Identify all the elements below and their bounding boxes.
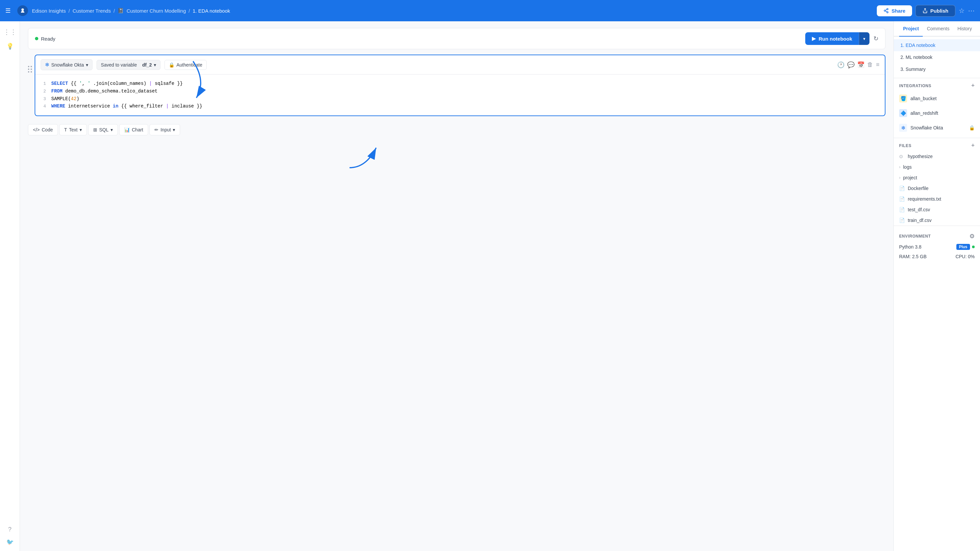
redshift-icon: 🔷 <box>899 109 907 117</box>
more-icon[interactable]: ⋯ <box>968 7 975 14</box>
refresh-button[interactable]: ↻ <box>873 35 878 42</box>
env-resources-row: RAM: 2.5 GB CPU: 0% <box>894 252 980 261</box>
comment-icon[interactable]: 💬 <box>847 61 854 68</box>
calendar-icon[interactable]: 📅 <box>857 61 864 68</box>
tab-project[interactable]: Project <box>899 21 923 37</box>
cell-block: ❄ Snowflake Okta ▾ Saved to variable df_… <box>35 55 886 116</box>
breadcrumb-sep-2: / <box>113 8 115 14</box>
cell-authenticate-button[interactable]: 🔒 Authenticate <box>164 60 207 70</box>
code-editor[interactable]: 1 SELECT {{ ', ' .join(column_names) | s… <box>35 75 885 116</box>
snowflake-icon: ❄ <box>45 62 49 68</box>
sidebar-bulb-icon[interactable]: 💡 <box>6 43 14 50</box>
run-caret-button[interactable]: ▾ <box>859 32 870 45</box>
cell-source-button[interactable]: ❄ Snowflake Okta ▾ <box>41 59 92 70</box>
breadcrumb-trends[interactable]: Customer Trends <box>73 8 111 14</box>
block-code-button[interactable]: </> Code <box>28 124 58 135</box>
requirements-icon: 📄 <box>899 196 905 202</box>
cell-drag-handle[interactable] <box>28 59 32 79</box>
cell-source-label: Snowflake Okta <box>51 62 84 68</box>
right-panel: Project Comments History 1. EDA notebook… <box>893 21 980 551</box>
project-item-summary[interactable]: 3. Summary <box>894 63 980 75</box>
block-toolbar: </> Code T Text ▾ ⊞ SQL ▾ 📊 Chart ✏ Inpu… <box>28 121 886 138</box>
publish-button[interactable]: Publish <box>915 5 955 17</box>
cell-var-value: df_2 <box>142 62 152 68</box>
line-num-1: 1 <box>35 81 51 87</box>
snowflake-lock-icon: 🔒 <box>969 125 975 130</box>
status-bar: Ready ▶ Run notebook ▾ ↻ <box>28 28 886 49</box>
file-test-df[interactable]: 📄 test_df.csv <box>894 204 980 215</box>
files-add-icon[interactable]: + <box>971 142 975 149</box>
sidebar-menu-icon[interactable]: ⋮⋮ <box>3 28 17 36</box>
sidebar-bottom: ? 🐦 <box>6 526 14 546</box>
file-hypothesize[interactable]: ⊙ hypothesize <box>894 151 980 162</box>
folder-logs[interactable]: › logs <box>894 162 980 172</box>
cell-var-prefix: Saved to variable <box>101 62 137 68</box>
breadcrumb: Edison Insights / Customer Trends / 📓 Cu… <box>32 8 873 14</box>
line-num-2: 2 <box>35 88 51 95</box>
line-num-4: 4 <box>35 103 51 110</box>
right-panel-tabs: Project Comments History <box>894 21 980 37</box>
block-sql-button[interactable]: ⊞ SQL ▾ <box>88 124 118 135</box>
block-text-button[interactable]: T Text ▾ <box>59 124 87 135</box>
list-icon[interactable]: ≡ <box>876 61 880 68</box>
tab-comments[interactable]: Comments <box>923 21 953 37</box>
input-caret: ▾ <box>173 127 175 132</box>
breadcrumb-sep-1: / <box>68 8 70 14</box>
breadcrumb-churn[interactable]: Customer Churn Modelling <box>126 8 186 14</box>
logo <box>18 5 28 16</box>
status-dot <box>35 37 38 40</box>
share-button[interactable]: Share <box>877 5 912 16</box>
integration-snowflake[interactable]: ❄ Snowflake Okta 🔒 <box>894 121 980 135</box>
project-item-eda[interactable]: 1. EDA notebook <box>894 39 980 51</box>
env-plan-badge: Plus <box>956 244 970 250</box>
folder-project-label: project <box>903 175 917 180</box>
env-python-row: Python 3.8 Plus <box>894 242 980 252</box>
project-section: 1. EDA notebook 2. ML notebook 3. Summar… <box>894 37 980 78</box>
status-actions: ▶ Run notebook ▾ ↻ <box>805 32 878 45</box>
file-requirements-label: requirements.txt <box>908 196 941 202</box>
clock-icon[interactable]: 🕐 <box>837 61 845 68</box>
sql-icon: ⊞ <box>93 127 97 132</box>
cell-variable-button[interactable]: Saved to variable df_2 ▾ <box>97 60 161 70</box>
run-btn-group: ▶ Run notebook ▾ <box>805 32 870 45</box>
main-wrapper: ⋮⋮ 💡 ? 🐦 Ready ▶ Run notebook ▾ <box>0 21 980 551</box>
environment-section: ENVIRONMENT ⚙ Python 3.8 Plus RAM: 2.5 G… <box>894 225 980 264</box>
content-area: Ready ▶ Run notebook ▾ ↻ <box>20 21 893 551</box>
cell-header-right: 🕐 💬 📅 🗑 ≡ <box>837 61 880 68</box>
environment-header: ENVIRONMENT ⚙ <box>894 229 980 242</box>
breadcrumb-edison[interactable]: Edison Insights <box>32 8 66 14</box>
integrations-title: INTEGRATIONS <box>899 84 931 88</box>
integrations-header: INTEGRATIONS + <box>894 78 980 91</box>
integrations-add-icon[interactable]: + <box>971 82 975 89</box>
pencil-icon: ✏ <box>154 127 158 132</box>
file-train-df[interactable]: 📄 train_df.csv <box>894 215 980 225</box>
sidebar-help-icon[interactable]: ? <box>8 526 11 533</box>
block-input-button[interactable]: ✏ Input ▾ <box>150 124 180 135</box>
project-item-ml[interactable]: 2. ML notebook <box>894 51 980 63</box>
delete-icon[interactable]: 🗑 <box>867 61 873 68</box>
breadcrumb-eda[interactable]: 1. EDA notebook <box>193 8 231 14</box>
cell-wrapper: ❄ Snowflake Okta ▾ Saved to variable df_… <box>28 55 886 116</box>
environment-settings-icon[interactable]: ⚙ <box>969 233 975 240</box>
integrations-section: INTEGRATIONS + 🪣 allan_bucket 🔷 allan_re… <box>894 78 980 135</box>
star-icon[interactable]: ☆ <box>959 7 965 14</box>
integration-redshift[interactable]: 🔷 allan_redshift <box>894 106 980 121</box>
menu-icon[interactable]: ☰ <box>5 7 11 14</box>
sidebar-user-icon[interactable]: 🐦 <box>6 538 14 546</box>
file-dockerfile[interactable]: 📄 Dockerfile <box>894 183 980 194</box>
file-requirements[interactable]: 📄 requirements.txt <box>894 194 980 204</box>
run-notebook-button[interactable]: ▶ Run notebook <box>805 32 859 45</box>
run-icon: ▶ <box>812 36 816 41</box>
code-line-1: 1 SELECT {{ ', ' .join(column_names) | s… <box>35 80 885 87</box>
github-icon: ⊙ <box>899 154 905 159</box>
run-label: Run notebook <box>819 36 852 41</box>
tab-history[interactable]: History <box>953 21 976 37</box>
code-line-3: 3 SAMPLE(42) <box>35 95 885 103</box>
integration-bucket-label: allan_bucket <box>910 96 937 101</box>
svg-point-3 <box>887 12 888 13</box>
file-test-df-label: test_df.csv <box>908 207 930 212</box>
files-header: FILES + <box>894 138 980 151</box>
folder-project[interactable]: › project <box>894 172 980 183</box>
block-chart-button[interactable]: 📊 Chart <box>119 124 148 135</box>
integration-bucket[interactable]: 🪣 allan_bucket <box>894 91 980 106</box>
